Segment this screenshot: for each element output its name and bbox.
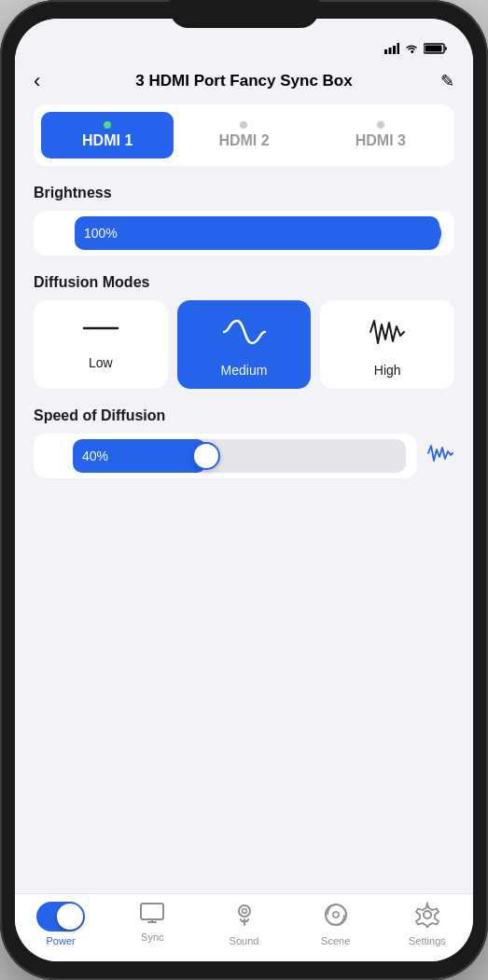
diffusion-mode-high[interactable]: High [320,300,454,389]
medium-mode-icon [220,315,269,353]
high-mode-label: High [374,363,401,378]
svg-rect-2 [393,46,396,54]
nav-item-sync[interactable]: Sync [106,902,198,946]
wifi-icon [404,43,419,54]
high-mode-icon [365,315,410,353]
speed-thumb[interactable] [192,442,220,470]
settings-nav-label: Settings [409,935,446,946]
diffusion-modes: Low Medium [34,300,454,389]
signal-icon [384,43,399,54]
status-icons [384,43,447,54]
speed-wave-icon [426,442,454,470]
svg-point-21 [424,911,431,918]
svg-line-13 [60,224,62,226]
hdmi-tab-2[interactable]: HDMI 2 [177,112,310,159]
diffusion-label: Diffusion Modes [34,274,454,291]
power-nav-label: Power [47,935,76,946]
nav-item-power[interactable]: Power [15,902,106,946]
diffusion-mode-medium[interactable]: Medium [177,300,312,389]
sound-icon [233,902,256,932]
svg-rect-5 [425,46,442,52]
back-button[interactable]: ‹ [34,69,62,93]
svg-point-20 [333,912,339,918]
hdmi3-label: HDMI 3 [356,132,406,149]
low-mode-icon [78,315,123,346]
edit-button[interactable]: ✎ [426,71,454,91]
svg-point-19 [326,904,346,925]
speed-value: 40% [82,449,108,463]
notch [170,0,319,28]
svg-rect-15 [141,904,163,919]
nav-item-scene[interactable]: Scene [290,902,382,946]
medium-mode-label: Medium [221,363,268,378]
phone-frame: ‹ 3 HDMI Port Fancy Sync Box ✎ HDMI 1 HD… [0,0,488,980]
svg-rect-3 [397,43,400,54]
speed-slider-row: 40% [34,434,454,478]
svg-point-16 [239,905,250,917]
page-title: 3 HDMI Port Fancy Sync Box [62,72,426,90]
scene-icon [323,902,349,932]
battery-icon [424,43,447,54]
nav-item-sound[interactable]: Sound [198,902,289,946]
scene-nav-label: Scene [321,935,350,946]
svg-line-14 [49,236,50,238]
hdmi3-dot [377,121,384,129]
hdmi-tab-3[interactable]: HDMI 3 [314,112,447,159]
speed-wave-small-icon [45,447,63,465]
hdmi2-label: HDMI 2 [218,132,269,149]
brightness-label: Brightness [34,185,454,201]
svg-point-17 [242,909,246,914]
sync-icon [139,902,165,928]
diffusion-section: Diffusion Modes Low [34,274,454,389]
bottom-nav: Power Sync [15,893,473,961]
nav-item-settings[interactable]: Settings [382,902,473,946]
speed-label: Speed of Diffusion [34,407,454,424]
header: ‹ 3 HDMI Port Fancy Sync Box ✎ [15,60,473,104]
speed-bar[interactable]: 40% [73,439,406,473]
hdmi1-label: HDMI 1 [82,132,132,149]
settings-icon [414,902,440,932]
hdmi-tabs: HDMI 1 HDMI 2 HDMI 3 [34,104,454,166]
toggle-knob [57,904,83,930]
brightness-fill: 100% [75,216,439,250]
svg-line-12 [60,236,62,238]
power-toggle[interactable] [36,902,85,932]
hdmi1-dot [104,121,111,129]
brightness-bar[interactable]: 100% [75,216,439,250]
hdmi2-dot [240,121,247,129]
svg-rect-0 [384,49,387,54]
brightness-value: 100% [84,226,118,241]
main-content: HDMI 1 HDMI 2 HDMI 3 Brightness [15,104,473,893]
sync-nav-label: Sync [141,932,163,943]
brightness-section: Brightness [34,185,454,255]
speed-slider[interactable]: 40% [34,434,417,478]
brightness-icon [45,221,65,246]
low-mode-label: Low [89,355,113,370]
svg-point-6 [51,228,59,235]
phone-screen: ‹ 3 HDMI Port Fancy Sync Box ✎ HDMI 1 HD… [15,19,473,961]
diffusion-mode-low[interactable]: Low [34,300,168,389]
speed-fill: 40% [73,439,206,473]
brightness-slider[interactable]: 100% [34,211,454,255]
sound-nav-label: Sound [230,935,259,946]
speed-section: Speed of Diffusion 40% [34,407,454,478]
svg-rect-1 [389,48,392,54]
svg-line-11 [49,224,50,226]
hdmi-tab-1[interactable]: HDMI 1 [41,112,174,159]
